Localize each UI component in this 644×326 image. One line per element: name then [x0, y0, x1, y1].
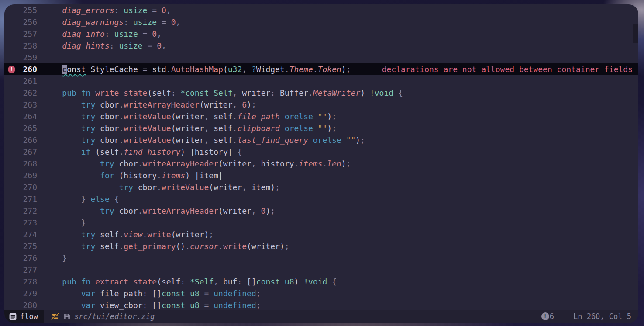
code-text: for (history.items) |item| [43, 170, 223, 181]
code-text: diag_hints: usize = 0, [43, 40, 166, 52]
diagnostics-count[interactable]: ! 6 [541, 312, 554, 321]
code-line[interactable]: 270 try cbor.writeValue(writer, item); [4, 181, 638, 193]
code-line[interactable]: !260 const StyleCache = std.AutoHashMap(… [4, 63, 638, 75]
file-path: src/tui/editor.zig [74, 312, 155, 321]
code-line[interactable]: 263 try cbor.writeArrayHeader(writer, 6)… [4, 99, 638, 111]
line-number: 278 [4, 276, 43, 288]
line-number: 280 [4, 299, 43, 310]
code-text: } [43, 217, 86, 229]
editor-window: 255 diag_errors: usize = 0,256 diag_warn… [4, 4, 638, 323]
status-right: ! 6 Ln 260, Col 5 [541, 310, 638, 323]
line-number: 273 [4, 217, 43, 229]
code-line[interactable]: 278 pub fn extract_state(self: *Self, bu… [4, 276, 638, 288]
code-line[interactable]: 273 } [4, 217, 638, 229]
line-number: 257 [4, 28, 43, 40]
line-number: 261 [4, 75, 43, 87]
code-line[interactable]: 269 for (history.items) |item| [4, 170, 638, 181]
line-number: 266 [4, 134, 43, 146]
code-lines: 255 diag_errors: usize = 0,256 diag_warn… [4, 4, 638, 310]
code-line[interactable]: 276 } [4, 252, 638, 264]
text-cursor: c [62, 65, 67, 74]
line-number: 268 [4, 158, 43, 170]
code-text: try cbor.writeArrayHeader(writer, histor… [43, 158, 351, 170]
code-line[interactable]: 272 try cbor.writeArrayHeader(writer, 0)… [4, 205, 638, 217]
line-number: 276 [4, 252, 43, 264]
file-info[interactable]: src/tui/editor.zig [44, 310, 155, 323]
code-text: try self.get_primary().cursor.write(writ… [43, 240, 289, 252]
code-text: diag_info: usize = 0, [43, 28, 162, 40]
code-line[interactable]: 261 [4, 75, 638, 87]
code-line[interactable]: 280 var view_cbor: []const u8 = undefine… [4, 299, 638, 310]
line-number: 262 [4, 87, 43, 99]
code-text: } else { [43, 193, 119, 205]
code-text: diag_warnings: usize = 0, [43, 16, 180, 28]
line-number: 258 [4, 40, 43, 52]
line-number: 271 [4, 193, 43, 205]
code-text: const StyleCache = std.AutoHashMap(u32, … [43, 63, 351, 75]
error-gutter-icon: ! [8, 66, 15, 73]
line-number: 270 [4, 181, 43, 193]
line-number: 265 [4, 122, 43, 134]
line-number: 267 [4, 146, 43, 158]
diagnostics-number: 6 [550, 312, 554, 321]
code-line[interactable]: 262 pub fn write_state(self: *const Self… [4, 87, 638, 99]
code-area[interactable]: 255 diag_errors: usize = 0,256 diag_warn… [4, 4, 638, 310]
line-number: 259 [4, 52, 43, 63]
code-text: try cbor.writeArrayHeader(writer, 6); [43, 99, 256, 111]
line-number: 274 [4, 229, 43, 240]
code-line[interactable]: 264 try cbor.writeValue(writer, self.fil… [4, 111, 638, 122]
code-line[interactable]: 255 diag_errors: usize = 0, [4, 4, 638, 16]
code-text: pub fn extract_state(self: *Self, buf: [… [43, 276, 337, 288]
code-text: try cbor.writeValue(writer, self.file_pa… [43, 111, 337, 122]
code-line[interactable]: 271 } else { [4, 193, 638, 205]
save-file-icon [63, 313, 71, 320]
code-text: var view_cbor: []const u8 = undefined; [43, 299, 261, 310]
status-bar: flow src/tui/editor.zig ! 6 Ln 260, Co [4, 310, 638, 323]
code-line[interactable]: 265 try cbor.writeValue(writer, self.cli… [4, 122, 638, 134]
code-line[interactable]: 274 try self.view.write(writer); [4, 229, 638, 240]
line-number: 279 [4, 288, 43, 299]
code-line[interactable]: 277 [4, 264, 638, 276]
code-line[interactable]: 279 var file_path: []const u8 = undefine… [4, 288, 638, 299]
line-number: 275 [4, 240, 43, 252]
code-text: try cbor.writeValue(writer, self.clipboa… [43, 122, 337, 134]
app-name: flow [20, 312, 38, 321]
inline-diagnostic-message: declarations are not allowed between con… [382, 63, 638, 75]
line-number: 256 [4, 16, 43, 28]
flow-menu-button[interactable]: flow [4, 310, 44, 323]
diagnostics-icon: ! [541, 312, 549, 320]
code-line[interactable]: 268 try cbor.writeArrayHeader(writer, hi… [4, 158, 638, 170]
code-line[interactable]: 275 try self.get_primary().cursor.write(… [4, 240, 638, 252]
line-number: 277 [4, 264, 43, 276]
code-text: pub fn write_state(self: *const Self, wr… [43, 87, 403, 99]
flow-logo-icon [9, 312, 17, 321]
line-number: 263 [4, 99, 43, 111]
line-number: 264 [4, 111, 43, 122]
code-text: if (self.find_history) |history| { [43, 146, 242, 158]
line-number: 255 [4, 4, 43, 16]
line-number: 272 [4, 205, 43, 217]
code-text: diag_errors: usize = 0, [43, 4, 171, 16]
code-line[interactable]: 257 diag_info: usize = 0, [4, 28, 638, 40]
line-number: 269 [4, 170, 43, 181]
code-line[interactable]: 267 if (self.find_history) |history| { [4, 146, 638, 158]
cursor-position[interactable]: Ln 260, Col 5 [573, 312, 631, 321]
code-text: var file_path: []const u8 = undefined; [43, 288, 261, 299]
code-line[interactable]: 258 diag_hints: usize = 0, [4, 40, 638, 52]
code-text: try cbor.writeValue(writer, item); [43, 181, 280, 193]
code-text: try cbor.writeArrayHeader(writer, 0); [43, 205, 275, 217]
zig-language-icon [50, 312, 60, 321]
code-text: } [43, 252, 67, 264]
code-text: try self.view.write(writer); [43, 229, 214, 240]
scrollbar-thumb[interactable] [633, 24, 638, 43]
code-line[interactable]: 256 diag_warnings: usize = 0, [4, 16, 638, 28]
code-line[interactable]: 259 [4, 52, 638, 63]
code-text: try cbor.writeValue(writer, self.last_fi… [43, 134, 365, 146]
code-line[interactable]: 266 try cbor.writeValue(writer, self.las… [4, 134, 638, 146]
